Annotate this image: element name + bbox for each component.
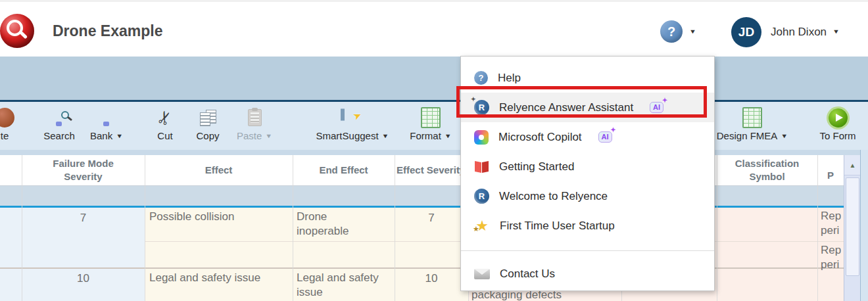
design-fmea-caret-icon [781,132,788,139]
annotation-highlight [456,86,707,118]
cell-end-effect[interactable]: Drone inoperable [297,210,393,239]
cell-effect[interactable]: Possible collision [149,210,290,224]
clipped-button-icon [0,108,14,127]
cell-right-clipped[interactable]: Rep peri [821,243,847,272]
paste-button: Paste [230,102,279,150]
help-dropdown-caret-icon[interactable] [689,28,696,35]
avatar[interactable]: JD [731,17,761,47]
header-classification-symbol: Classification Symbol [717,155,817,185]
to-form-icon [829,108,848,127]
menu-item-microsoft-copilot[interactable]: Microsoft Copilot AI [461,122,714,152]
user-dropdown-caret-icon[interactable] [832,28,840,35]
copy-icon [200,110,216,126]
header-end-effect: End Effect [293,155,395,185]
bank-icon [99,109,114,126]
to-form-button[interactable]: To Form [815,102,860,150]
worksheet-tab-bar: Function Net DW DFMEA Worksheet DV DVP&R [0,57,868,102]
header-failure-mode-severity: Failure Mode Severity [22,155,145,185]
paste-icon [248,109,262,126]
menu-item-first-time-user-startup[interactable]: First Time User Startup [461,211,714,241]
help-button-icon[interactable] [660,20,683,43]
search-button[interactable]: Search [38,102,80,150]
cut-button[interactable]: ✂ Cut [149,102,181,150]
clipped-button-label: te [1,130,9,141]
menu-item-getting-started[interactable]: Getting Started [461,152,714,181]
cell-severity[interactable]: 10 [22,271,145,286]
format-button[interactable]: Format [402,102,459,150]
relyence-logo-icon [0,14,34,48]
format-icon [421,107,441,128]
header-effect: Effect [145,155,293,185]
app-header: Drone Example JD John Dixon [0,0,868,58]
cut-icon: ✂ [154,108,176,127]
smartsuggest-button[interactable]: ➤ SmartSuggest [309,102,396,150]
grid-top-border [0,150,868,155]
scrollbar-thumb[interactable] [846,177,859,276]
envelope-icon [474,269,490,279]
menu-divider [461,250,714,251]
header-effect-severity: Effect Severity [395,155,468,185]
copy-button[interactable]: Copy [188,102,228,150]
bank-label: Bank [90,130,112,141]
smartsuggest-caret-icon [382,132,389,139]
cell-effect-severity[interactable]: 7 [395,211,468,225]
vertical-scrollbar[interactable] [844,155,861,301]
star-icon [474,219,490,233]
copy-label: Copy [196,130,219,141]
cell-right-clipped[interactable]: Rep peri [821,209,847,238]
format-caret-icon [445,132,452,139]
smartsuggest-label: SmartSuggest [316,130,379,141]
design-fmea-label: Design FMEA [717,130,778,141]
copilot-icon [474,130,489,145]
book-icon [474,161,489,173]
to-form-label: To Form [819,130,856,141]
cell-effect[interactable]: Legal and safety issue [149,271,291,285]
search-label: Search [43,130,75,141]
paste-caret-icon [265,132,272,139]
cut-label: Cut [157,130,172,141]
bank-button[interactable]: Bank [83,102,130,150]
design-fmea-button[interactable]: Design FMEA [710,102,794,150]
clipped-left-button[interactable]: te [0,102,26,150]
cell-end-effect[interactable]: Legal and safety issue [297,271,394,300]
menu-item-contact-us[interactable]: Contact Us [461,259,714,289]
menu-item-welcome-to-relyence[interactable]: Welcome to Relyence [461,181,714,211]
cell-effect-severity[interactable]: 10 [395,271,468,286]
bank-caret-icon [116,132,123,139]
help-icon [474,71,488,85]
page-title: Drone Example [53,22,162,40]
relyence-icon [474,189,489,204]
format-label: Format [410,130,441,141]
cell-severity[interactable]: 7 [22,211,145,225]
paste-label: Paste [237,130,262,141]
relyence-app-window: Drone Example JD John Dixon Function Net… [0,0,868,301]
header-p-partial: P [817,155,844,185]
design-fmea-icon [742,107,762,128]
ai-badge-icon: AI [598,131,612,143]
grid-right-edge [860,150,868,301]
worksheet-toolbar: te Search Bank ✂ Cut Copy Paste ➤ SmartS… [0,102,868,150]
scroll-up-icon[interactable] [844,155,861,175]
user-name[interactable]: John Dixon [771,26,827,39]
search-icon [52,109,66,126]
smartsuggest-icon: ➤ [341,109,364,126]
